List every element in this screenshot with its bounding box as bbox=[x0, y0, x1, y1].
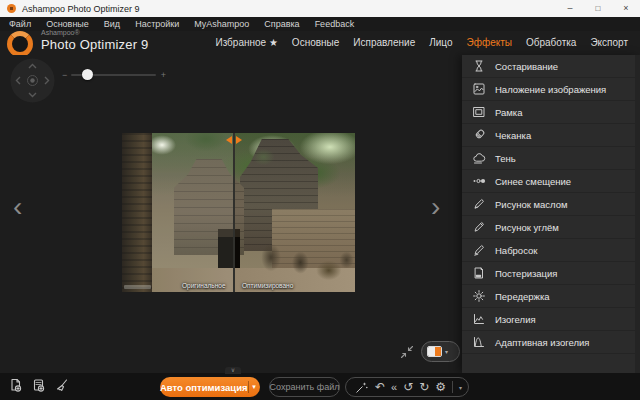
frame-icon bbox=[471, 105, 486, 120]
effect-item-frame[interactable]: Рамка bbox=[462, 101, 640, 124]
effect-item-sketch[interactable]: Набросок bbox=[462, 239, 640, 262]
tab-effects[interactable]: Эффекты bbox=[467, 37, 512, 48]
split-arrow-left-icon bbox=[226, 136, 232, 144]
preview-original-haze-overlay bbox=[122, 133, 233, 292]
tab-basics[interactable]: Основные bbox=[292, 37, 339, 48]
brand-product: Photo Optimizer 9 bbox=[41, 37, 148, 52]
zoom-slider-thumb[interactable] bbox=[82, 69, 93, 80]
menu-view[interactable]: Вид bbox=[104, 19, 120, 29]
brand-block: Ashampoo® Photo Optimizer 9 bbox=[41, 29, 148, 52]
save-file-button[interactable]: Сохранить файл bbox=[269, 377, 340, 397]
undo-all-icon[interactable]: « bbox=[391, 378, 397, 396]
menu-myashampoo[interactable]: MyAshampoo bbox=[194, 19, 249, 29]
toolbar-collapse-handle[interactable]: ∨ bbox=[225, 367, 241, 374]
settings-gear-icon[interactable]: ⚙ bbox=[435, 378, 446, 396]
auto-optimize-button[interactable]: Авто оптимизация ▾ bbox=[160, 377, 260, 397]
brand-company: Ashampoo® bbox=[41, 29, 148, 36]
effect-item-oil-painting[interactable]: Рисунок маслом bbox=[462, 193, 640, 216]
add-file-button[interactable] bbox=[8, 378, 24, 394]
adaptive-solarize-icon bbox=[471, 335, 486, 350]
tools-dropdown-icon[interactable]: ▾ bbox=[459, 384, 462, 391]
header: Ashampoo® Photo Optimizer 9 Избранное ★ … bbox=[0, 31, 640, 55]
rotate-right-icon[interactable]: ↻ bbox=[419, 378, 429, 396]
menu-feedback[interactable]: Feedback bbox=[315, 19, 355, 29]
split-arrow-right-icon bbox=[236, 136, 242, 144]
tab-processing[interactable]: Обработка bbox=[526, 37, 576, 48]
original-label: Оригинальное bbox=[182, 282, 226, 289]
effects-panel: Состаривание Наложение изображения Рамка… bbox=[462, 55, 640, 373]
hourglass-icon bbox=[471, 59, 486, 74]
title-bar: Ashampoo Photo Optimizer 9 – □ × bbox=[0, 0, 640, 17]
effect-item-blue-shift[interactable]: Синее смещение bbox=[462, 170, 640, 193]
collapse-arrows-icon bbox=[399, 344, 415, 360]
compare-view-toggle[interactable]: ▾ bbox=[421, 341, 460, 362]
optimized-label: Оптимизировано bbox=[242, 282, 293, 289]
sketch-pencil-icon bbox=[471, 243, 486, 258]
effect-item-emboss[interactable]: Чеканка bbox=[462, 124, 640, 147]
app-icon bbox=[7, 4, 16, 13]
effect-item-overexposure[interactable]: Передержка bbox=[462, 285, 640, 308]
blue-shift-dots-icon bbox=[471, 174, 486, 189]
compare-dropdown-icon[interactable]: ▾ bbox=[445, 348, 448, 355]
zoom-out-icon[interactable]: − bbox=[62, 70, 67, 80]
auto-optimize-label: Авто оптимизация bbox=[160, 382, 248, 393]
photo-credit-watermark bbox=[124, 285, 151, 289]
close-button[interactable]: × bbox=[612, 0, 640, 17]
preview-layer-rubble bbox=[250, 234, 355, 286]
rotate-left-icon[interactable]: ↺ bbox=[403, 378, 413, 396]
tab-favorites[interactable]: Избранное ★ bbox=[215, 37, 277, 48]
overexposure-sun-icon bbox=[471, 289, 486, 304]
auto-optimize-dropdown-icon[interactable]: ▾ bbox=[248, 383, 260, 391]
effect-item-solarize[interactable]: Изогелия bbox=[462, 308, 640, 331]
solarize-chart-icon bbox=[471, 312, 486, 327]
undo-icon[interactable]: ↶ bbox=[375, 378, 385, 396]
oil-paint-pencil-icon bbox=[471, 197, 486, 212]
shadow-cloud-icon bbox=[471, 151, 486, 166]
ashampoo-logo-icon bbox=[7, 31, 33, 57]
window-controls: – □ × bbox=[556, 0, 640, 17]
magic-wand-icon[interactable] bbox=[354, 380, 369, 395]
effect-item-adaptive-solarize[interactable]: Адаптивная изогелия bbox=[462, 331, 640, 354]
charcoal-pencil-icon bbox=[471, 220, 486, 235]
photo-preview[interactable]: Оригинальное Оптимизировано bbox=[122, 133, 355, 292]
main-area: − + ‹ › Оригинальное Оптимизировано bbox=[0, 55, 640, 373]
sidebar-scrollbar[interactable] bbox=[635, 55, 640, 373]
emboss-icon bbox=[471, 128, 486, 143]
window-title: Ashampoo Photo Optimizer 9 bbox=[22, 4, 140, 14]
effect-item-shadow[interactable]: Тень bbox=[462, 147, 640, 170]
effect-item-posterize[interactable]: Постеризация bbox=[462, 262, 640, 285]
menu-basics[interactable]: Основные bbox=[46, 19, 89, 29]
main-tabs: Избранное ★ Основные Исправление Лицо Эф… bbox=[215, 37, 628, 48]
minimize-button[interactable]: – bbox=[556, 0, 584, 17]
bottom-toolbar: ∨ Авто оптимизация ▾ Сохранить файл ↶ « bbox=[0, 373, 640, 400]
tab-face[interactable]: Лицо bbox=[429, 37, 452, 48]
zoom-in-icon[interactable]: + bbox=[161, 70, 166, 80]
image-overlay-icon bbox=[471, 82, 486, 97]
effect-item-charcoal[interactable]: Рисунок углём bbox=[462, 216, 640, 239]
tools-separator bbox=[452, 381, 453, 393]
next-image-button[interactable]: › bbox=[431, 193, 440, 221]
menu-settings[interactable]: Настройки bbox=[135, 19, 179, 29]
pan-control[interactable] bbox=[10, 58, 55, 107]
tab-correction[interactable]: Исправление bbox=[353, 37, 415, 48]
tab-export[interactable]: Экспорт bbox=[590, 37, 628, 48]
edit-tools-group: ↶ « ↺ ↻ ⚙ ▾ bbox=[345, 377, 469, 397]
effect-item-image-overlay[interactable]: Наложение изображения bbox=[462, 78, 640, 101]
compare-split-divider[interactable] bbox=[233, 133, 235, 292]
previous-image-button[interactable]: ‹ bbox=[13, 193, 22, 221]
maximize-button[interactable]: □ bbox=[584, 0, 612, 17]
pan-dpad-icon bbox=[10, 58, 55, 103]
fit-to-screen-button[interactable] bbox=[399, 344, 415, 360]
menu-file[interactable]: Файл bbox=[9, 19, 31, 29]
add-files-button[interactable] bbox=[31, 378, 47, 394]
app-window: Ashampoo Photo Optimizer 9 – □ × Файл Ос… bbox=[0, 0, 640, 400]
posterize-icon bbox=[471, 266, 486, 281]
zoom-slider: − + bbox=[62, 68, 166, 82]
toolbar-left-group bbox=[8, 378, 70, 394]
clear-list-broom-icon[interactable] bbox=[54, 378, 70, 394]
effect-item-aging[interactable]: Состаривание bbox=[462, 55, 640, 78]
menu-help[interactable]: Справка bbox=[264, 19, 299, 29]
split-view-icon bbox=[427, 346, 442, 357]
